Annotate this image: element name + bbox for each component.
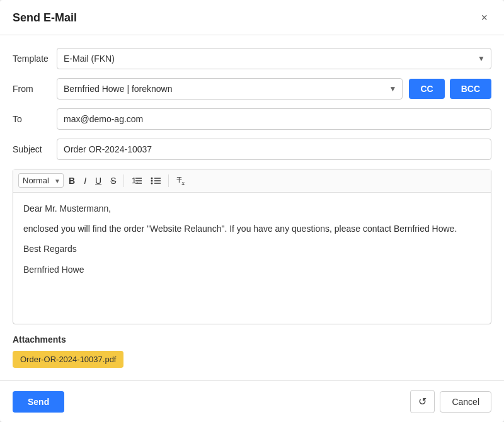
email-closing: Best Regards xyxy=(23,242,481,256)
bcc-button[interactable]: BCC xyxy=(450,79,491,99)
underline-button[interactable]: U xyxy=(91,174,105,188)
reset-button[interactable]: ↺ xyxy=(410,390,435,413)
send-button[interactable]: Send xyxy=(13,391,64,413)
template-select-wrapper: E-Mail (FKN) ▼ xyxy=(57,48,491,69)
italic-button[interactable]: I xyxy=(80,174,90,188)
editor-toolbar: Normal ▼ B I U S 1. xyxy=(13,169,491,193)
to-input[interactable] xyxy=(57,108,491,130)
to-label: To xyxy=(13,114,57,124)
attachments-section: Attachments Order-OR-2024-10037.pdf xyxy=(13,334,491,368)
attachments-label: Attachments xyxy=(13,334,491,345)
clear-format-icon: Tx xyxy=(176,175,184,186)
email-body: enclosed you will find the order "Websit… xyxy=(23,222,481,236)
footer-right-buttons: ↺ Cancel xyxy=(410,390,491,413)
subject-label: Subject xyxy=(13,144,57,154)
send-email-dialog: Send E-Mail × Template E-Mail (FKN) ▼ Fr… xyxy=(0,0,504,422)
email-editor: Normal ▼ B I U S 1. xyxy=(13,169,491,324)
to-row: To xyxy=(13,108,491,130)
dialog-header: Send E-Mail × xyxy=(0,0,504,35)
toolbar-divider-2 xyxy=(168,174,169,187)
attachment-filename: Order-OR-2024-10037.pdf xyxy=(20,355,116,364)
strikethrough-button[interactable]: S xyxy=(106,174,120,188)
editor-content-area[interactable]: Dear Mr. Mustermann, enclosed you will f… xyxy=(13,193,491,294)
format-select[interactable]: Normal xyxy=(18,173,64,188)
dialog-footer: Send ↺ Cancel xyxy=(0,380,504,422)
ordered-list-button[interactable]: 1. xyxy=(128,174,146,187)
attachment-chip[interactable]: Order-OR-2024-10037.pdf xyxy=(13,351,123,368)
ordered-list-icon: 1. xyxy=(132,176,142,185)
from-label: From xyxy=(13,84,57,94)
svg-point-4 xyxy=(151,177,153,179)
template-label: Template xyxy=(13,54,57,64)
format-select-wrapper: Normal ▼ xyxy=(18,173,64,188)
bold-button[interactable]: B xyxy=(65,174,79,188)
reset-icon: ↺ xyxy=(418,396,427,407)
dialog-title: Send E-Mail xyxy=(13,11,77,25)
from-select[interactable]: Bernfried Howe | foreknown xyxy=(57,78,403,100)
close-button[interactable]: × xyxy=(477,10,491,26)
clear-format-button[interactable]: Tx xyxy=(173,173,188,188)
svg-point-5 xyxy=(151,180,153,181)
template-row: Template E-Mail (FKN) ▼ xyxy=(13,48,491,69)
subject-input[interactable] xyxy=(57,139,491,160)
email-signature: Bernfried Howe xyxy=(23,263,481,277)
unordered-list-button[interactable] xyxy=(147,174,164,187)
from-select-wrapper: Bernfried Howe | foreknown ▼ xyxy=(57,78,403,100)
unordered-list-icon xyxy=(151,176,161,185)
subject-row: Subject xyxy=(13,139,491,160)
toolbar-divider-1 xyxy=(123,174,124,187)
cancel-button[interactable]: Cancel xyxy=(440,391,491,413)
dialog-body: Template E-Mail (FKN) ▼ From Bernfried H… xyxy=(0,35,504,380)
cc-button[interactable]: CC xyxy=(409,79,444,99)
email-greeting: Dear Mr. Mustermann, xyxy=(23,202,481,215)
cc-bcc-group: CC BCC xyxy=(409,79,491,99)
template-select[interactable]: E-Mail (FKN) xyxy=(57,48,491,69)
from-row: From Bernfried Howe | foreknown ▼ CC BCC xyxy=(13,78,491,100)
svg-point-6 xyxy=(151,182,153,184)
